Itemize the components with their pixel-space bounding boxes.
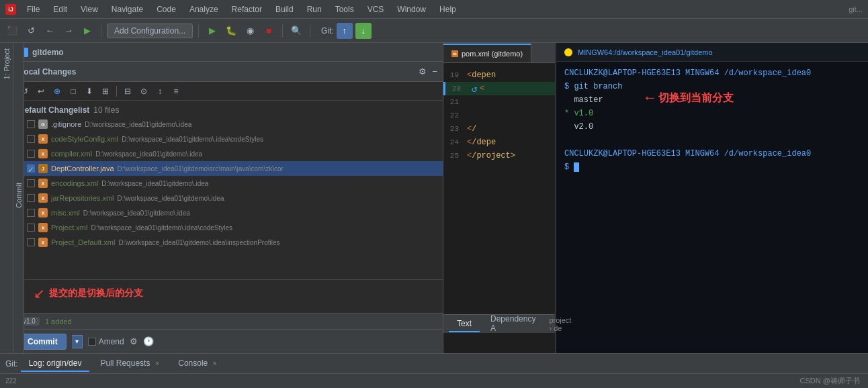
file-item-gitignore[interactable]: G .gitignore D:\workspace_idea01\gitdemo… xyxy=(13,117,443,132)
file-item-projectdefault[interactable]: X Project_Default.xml D:\workspace_idea0… xyxy=(13,235,443,250)
editor-tab-pom[interactable]: m pom.xml (gitdemo) xyxy=(443,44,531,62)
file-checkbox-jarrepo[interactable] xyxy=(27,194,35,202)
editor-bottom-tabs: Text Dependency A project › de xyxy=(443,314,555,333)
file-checkbox-gitignore[interactable] xyxy=(27,120,35,128)
file-icon-codestyle: X xyxy=(38,134,48,144)
file-checkbox-misc[interactable] xyxy=(27,209,35,217)
group-btn[interactable]: ≡ xyxy=(169,84,183,99)
toolbar-run[interactable]: ▶ xyxy=(79,23,95,39)
menu-edit[interactable]: Edit xyxy=(50,3,70,15)
amend-area: Amend xyxy=(88,337,124,346)
update-btn[interactable]: ⬇ xyxy=(82,84,97,99)
bottom-bar: Git: Log: origin/dev Pull Requests × Con… xyxy=(0,353,868,373)
toolbar-refresh[interactable]: ↺ xyxy=(23,23,39,39)
menu-code[interactable]: Code xyxy=(154,3,179,15)
line-num-20: 20 xyxy=(445,85,469,93)
toolbar-profile[interactable]: ◉ xyxy=(242,23,258,39)
line-num-23: 23 xyxy=(443,125,467,133)
menu-window[interactable]: Window xyxy=(394,3,429,15)
file-icon-gitignore: G xyxy=(38,119,48,129)
rollback-btn[interactable]: ↩ xyxy=(34,84,48,99)
minimize-icon[interactable]: − xyxy=(432,66,437,77)
file-icon-projectdefault: X xyxy=(38,238,48,247)
file-item-jarrepo[interactable]: X jarRepositories.xml D:\workspace_idea0… xyxy=(13,191,443,205)
commit-sidebar: Commit xyxy=(13,43,24,353)
toolbar-forward[interactable]: → xyxy=(60,23,77,39)
file-path-jarrepo: D:\workspace_idea01\gitdemo\.idea xyxy=(118,195,224,202)
menu-navigate[interactable]: Navigate xyxy=(109,3,146,15)
pull-requests-close[interactable]: × xyxy=(155,359,159,367)
terminal-line-1: CNCLUKZK@LAPTOP-HGE63E13 MINGW64 /d/work… xyxy=(564,67,860,79)
pull-requests-tab[interactable]: Pull Requests × xyxy=(92,356,167,372)
console-tab[interactable]: Console × xyxy=(170,356,225,372)
project-name: gitdemo xyxy=(32,48,64,57)
file-name-projectdefault: Project_Default.xml xyxy=(51,238,115,246)
csdn-watermark: CSDN @祷师子书 xyxy=(800,376,860,386)
toolbar-icon1[interactable]: ⬛ xyxy=(4,23,20,39)
file-item-encodings[interactable]: X encodings.xml D:\workspace_idea01\gitd… xyxy=(13,176,443,191)
menu-vcs[interactable]: VCS xyxy=(365,3,387,15)
commit-settings-icon[interactable]: ⚙ xyxy=(130,336,138,346)
menu-help[interactable]: Help xyxy=(437,3,459,15)
git-pull-button[interactable]: ↓ xyxy=(355,23,372,39)
file-path-projectdefault: D:\workspace_idea01\gitdemo\.idea\inspec… xyxy=(118,239,279,246)
console-close[interactable]: × xyxy=(213,359,217,367)
file-checkbox-codestyle[interactable] xyxy=(27,135,35,143)
menu-build[interactable]: Build xyxy=(273,3,296,15)
project-tab-label[interactable]: 1: Project xyxy=(3,43,11,85)
local-changes-title: Local Changes xyxy=(19,67,413,77)
menu-tools[interactable]: Tools xyxy=(333,3,357,15)
toolbar-stop[interactable]: ■ xyxy=(261,23,277,39)
menu-file[interactable]: File xyxy=(24,3,42,15)
move-btn[interactable]: ⊕ xyxy=(50,84,64,99)
menu-analyze[interactable]: Analyze xyxy=(187,3,221,15)
text-tab[interactable]: Text xyxy=(449,316,480,332)
toolbar-debug[interactable]: 🐛 xyxy=(223,23,239,39)
file-name-deptcontroller: DeptController.java xyxy=(51,164,114,173)
editor-area: m pom.xml (gitdemo) 19 <depen 20 ↺ < 21 … xyxy=(443,43,868,353)
commit-tab-label[interactable]: Commit xyxy=(15,177,23,213)
file-path-compiler: D:\workspace_idea01\gitdemo\.idea xyxy=(95,150,202,158)
file-item-project[interactable]: X Project.xml D:\workspace_idea01\gitdem… xyxy=(13,220,443,235)
line-num-22: 22 xyxy=(443,111,467,119)
vcs-btn[interactable]: ⊞ xyxy=(98,84,113,99)
terminal-content[interactable]: CNCLUKZK@LAPTOP-HGE63E13 MINGW64 /d/work… xyxy=(556,62,868,353)
commit-clock-icon[interactable]: 🕐 xyxy=(143,336,154,346)
git-push-button[interactable]: ↑ xyxy=(337,23,353,39)
menu-view[interactable]: View xyxy=(78,3,101,15)
diff-btn[interactable]: □ xyxy=(66,84,81,99)
file-item-compiler[interactable]: X compiler.xml D:\workspace_idea01\gitde… xyxy=(13,146,443,161)
file-checkbox-projectdefault[interactable] xyxy=(27,238,35,246)
file-path-codestyle: D:\workspace_idea01\gitdemo\.idea\codeSt… xyxy=(122,136,263,143)
add-configuration-button[interactable]: Add Configuration... xyxy=(107,23,193,38)
settings-icon[interactable]: ⚙ xyxy=(419,66,427,77)
file-item-codestyle[interactable]: X codeStyleConfig.xml D:\workspace_idea0… xyxy=(13,132,443,146)
sort-btn[interactable]: ↕ xyxy=(153,84,167,99)
file-item-misc[interactable]: X misc.xml D:\workspace_idea01\gitdemo\.… xyxy=(13,205,443,220)
toolbar-run2[interactable]: ▶ xyxy=(204,23,220,39)
file-checkbox-deptcontroller[interactable]: ✓ xyxy=(27,164,35,173)
menu-run[interactable]: Run xyxy=(304,3,324,15)
dependency-tab[interactable]: Dependency A xyxy=(482,311,544,337)
line-content-25: </project> xyxy=(467,151,515,160)
line-num-19: 19 xyxy=(443,71,467,79)
commit-dropdown-button[interactable]: ▾ xyxy=(72,335,83,348)
file-checkbox-project[interactable] xyxy=(27,224,35,232)
toolbar-search[interactable]: 🔍 xyxy=(288,23,304,39)
file-item-deptcontroller[interactable]: ✓ J DeptController.java D:\workspace_ide… xyxy=(13,161,443,176)
file-checkbox-compiler[interactable] xyxy=(27,150,35,158)
toolbar-back[interactable]: ← xyxy=(42,23,58,39)
expand-btn[interactable]: ⊙ xyxy=(136,84,151,99)
commit-button[interactable]: Commit xyxy=(19,334,67,350)
pom-tab-label: pom.xml (gitdemo) xyxy=(462,50,523,58)
annotation-arrow-1: ← xyxy=(646,90,654,107)
menu-refactor[interactable]: Refactor xyxy=(229,3,265,15)
changelist-header: Default Changelist 10 files xyxy=(13,103,443,117)
app-icon: IJ xyxy=(5,4,16,15)
status-bar: 222 CSDN @祷师子书 xyxy=(0,373,868,388)
amend-checkbox[interactable] xyxy=(88,338,96,346)
file-checkbox-encodings[interactable] xyxy=(27,179,35,187)
file-name-codestyle: codeStyleConfig.xml xyxy=(51,135,118,143)
log-tab[interactable]: Log: origin/dev xyxy=(21,356,90,372)
layout-btn[interactable]: ⊟ xyxy=(120,84,135,99)
